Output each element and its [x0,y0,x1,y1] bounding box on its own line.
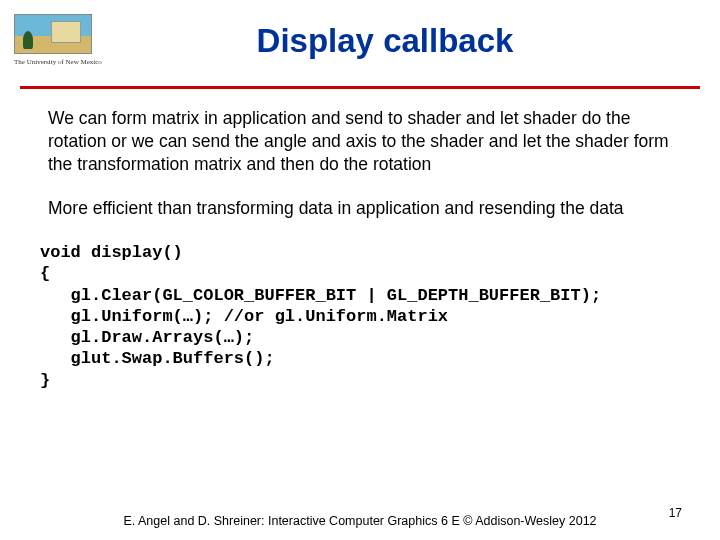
code-line-4: gl.Uniform(…); //or gl.Uniform.Matrix [40,307,448,326]
code-line-1: void display() [40,243,183,262]
code-block: void display() { gl.Clear(GL_COLOR_BUFFE… [0,242,720,391]
code-line-6: glut.Swap.Buffers(); [40,349,275,368]
code-line-7: } [40,371,50,390]
logo-image [14,14,92,54]
code-line-3: gl.Clear(GL_COLOR_BUFFER_BIT | GL_DEPTH_… [40,286,601,305]
code-line-2: { [40,264,50,283]
paragraph-2: More efficient than transforming data in… [48,197,672,220]
footer-credit: E. Angel and D. Shreiner: Interactive Co… [0,514,720,528]
university-logo: The University of New Mexico [14,14,119,66]
code-line-5: gl.Draw.Arrays(…); [40,328,254,347]
slide-content: We can form matrix in application and se… [0,89,720,220]
university-name: The University of New Mexico [14,58,119,66]
paragraph-1: We can form matrix in application and se… [48,107,672,175]
logo-building-icon [51,21,81,43]
slide-number: 17 [669,506,682,520]
logo-tree-icon [23,31,33,49]
